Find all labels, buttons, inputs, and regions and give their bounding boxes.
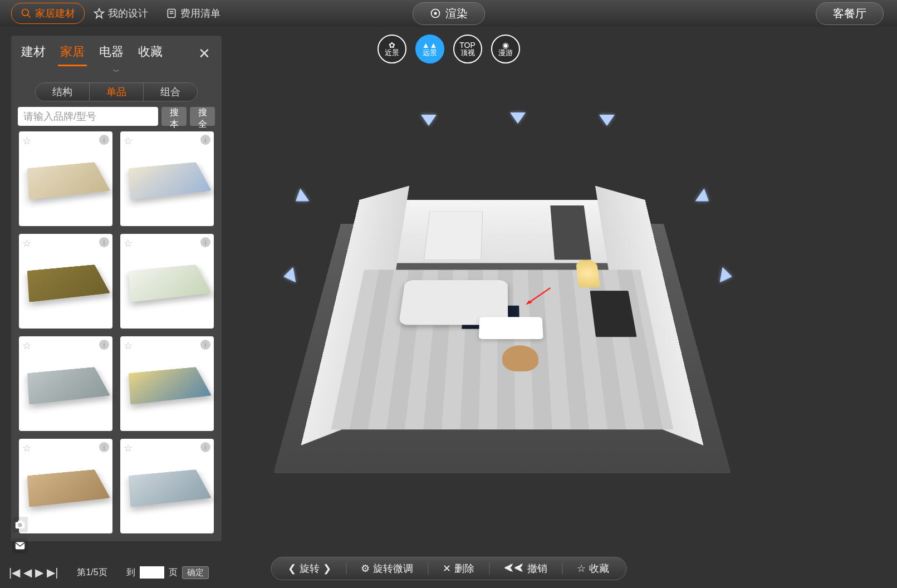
catalog-item[interactable]: ☆i — [19, 336, 112, 431]
catalog-item[interactable]: ☆i — [19, 439, 112, 533]
favorite-toggle-icon[interactable]: ☆ — [22, 340, 31, 352]
view-top-button[interactable]: TOP 顶视 — [453, 35, 482, 63]
close-icon: ✕ — [443, 562, 451, 575]
undo-icon: ⮜⮜ — [504, 563, 524, 575]
divider — [489, 562, 489, 575]
float-icons — [12, 517, 28, 553]
top-right: 客餐厅 — [816, 2, 884, 25]
pager-to-label: 到 — [126, 567, 135, 579]
tab-my-design[interactable]: 我的设计 — [85, 3, 157, 24]
favorite-label: 收藏 — [589, 562, 609, 575]
camera-arrow-icon[interactable] — [289, 185, 312, 210]
info-icon[interactable]: i — [99, 237, 109, 247]
sidetab-jiaju[interactable]: 家居 — [58, 41, 87, 66]
coffee-table[interactable] — [479, 317, 543, 339]
rug-geo-blueyellow-thumb — [129, 367, 212, 404]
gear-icon: ⚙ — [361, 562, 370, 575]
favorite-toggle-icon[interactable]: ☆ — [22, 237, 31, 249]
catalog-item[interactable]: ☆i — [19, 234, 112, 329]
info-icon[interactable]: i — [200, 442, 210, 452]
catalog-item[interactable]: ☆i — [120, 234, 214, 329]
delete-button[interactable]: ✕ 删除 — [438, 561, 479, 576]
svg-line-10 — [28, 15, 31, 18]
mail-icon[interactable] — [12, 538, 28, 553]
favorite-toggle-icon[interactable]: ☆ — [22, 135, 31, 147]
mountain-icon: ▲▲ — [422, 41, 438, 49]
expand-chevron-icon[interactable]: ︾ — [11, 67, 222, 77]
top-bar: 家居建材 我的设计 费用清单 渲染 客餐厅 — [0, 0, 897, 27]
chair[interactable] — [502, 345, 539, 371]
catalog-item[interactable]: ☆i — [19, 131, 112, 226]
info-icon[interactable]: i — [99, 135, 109, 145]
render-button[interactable]: 渲染 — [413, 2, 485, 25]
top-center: 渲染 — [413, 2, 485, 25]
fine-rotate-button[interactable]: ⚙ 旋转微调 — [356, 561, 418, 576]
rug-ornate-beige-thumb — [27, 162, 110, 199]
camera-arrow-icon[interactable] — [717, 264, 735, 287]
info-icon[interactable]: i — [99, 442, 109, 452]
favorite-toggle-icon[interactable]: ☆ — [124, 340, 133, 352]
info-icon[interactable]: i — [99, 340, 109, 350]
cabinet[interactable] — [424, 211, 483, 260]
pager-first-button[interactable]: |◀ — [9, 566, 20, 579]
catalog-item[interactable]: ☆i — [120, 439, 214, 533]
undo-button[interactable]: ⮜⮜ 撤销 — [499, 561, 552, 576]
room-box — [301, 200, 704, 445]
favorite-button[interactable]: ☆ 收藏 — [572, 561, 614, 576]
rug-floral-cream-thumb — [129, 162, 212, 199]
close-panel-button[interactable]: ✕ — [195, 45, 214, 62]
svg-marker-2 — [421, 115, 437, 126]
camera-arrow-icon[interactable] — [692, 185, 715, 210]
info-icon[interactable]: i — [200, 135, 210, 145]
svg-marker-11 — [95, 9, 104, 18]
room-select-button[interactable]: 客餐厅 — [816, 2, 884, 25]
svg-rect-19 — [18, 521, 22, 523]
tab-home-materials[interactable]: 家居建材 — [11, 3, 85, 24]
camera-icon[interactable] — [12, 517, 28, 532]
pager-prev-button[interactable]: ◀ — [23, 566, 32, 579]
room-label: 客餐厅 — [833, 7, 866, 19]
camera-arrow-icon[interactable] — [597, 112, 617, 127]
view-roam-button[interactable]: ◉ 漫游 — [491, 35, 520, 63]
search-category-button[interactable]: 搜本类 — [161, 107, 187, 126]
tab-cost-list[interactable]: 费用清单 — [157, 3, 229, 24]
info-icon[interactable]: i — [200, 237, 210, 247]
pager-next-button[interactable]: ▶ — [35, 566, 43, 579]
view-far-button[interactable]: ▲▲ 远景 — [415, 35, 444, 63]
search-input[interactable] — [18, 107, 158, 126]
catalog-item[interactable]: ☆i — [120, 131, 214, 226]
svg-point-18 — [18, 523, 22, 527]
catalog-item[interactable]: ☆i — [120, 336, 214, 431]
pager-go-button[interactable]: 确定 — [182, 566, 209, 579]
seg-combo[interactable]: 组合 — [143, 83, 197, 101]
divider — [562, 562, 562, 575]
camera-arrow-icon[interactable] — [419, 112, 439, 127]
pager-status: 第1/5页 — [77, 567, 107, 579]
camera-arrow-icon[interactable] — [508, 110, 528, 125]
pager-unit: 页 — [169, 567, 178, 579]
camera-arrow-icon[interactable] — [281, 264, 298, 287]
annotation-arrow-icon — [524, 287, 552, 306]
search-all-button[interactable]: 搜全部 — [190, 107, 215, 126]
favorite-toggle-icon[interactable]: ☆ — [124, 237, 133, 249]
sidetab-jiancai[interactable]: 建材 — [19, 41, 48, 66]
svg-marker-6 — [695, 188, 713, 207]
favorite-toggle-icon[interactable]: ☆ — [124, 135, 133, 147]
scene — [335, 124, 669, 480]
seg-single[interactable]: 单品 — [89, 83, 143, 101]
sidetab-shoucang[interactable]: 收藏 — [136, 41, 165, 66]
rug-grey-abstract-thumb — [27, 367, 110, 404]
view-near-button[interactable]: ✿ 近景 — [378, 35, 406, 63]
pager-last-button[interactable]: ▶| — [47, 566, 58, 579]
divider — [428, 562, 428, 575]
favorite-toggle-icon[interactable]: ☆ — [22, 442, 31, 454]
rotate-left-icon: ❮ — [288, 562, 296, 575]
info-icon[interactable]: i — [200, 340, 210, 350]
view-label: 近景 — [385, 49, 399, 57]
sidetab-dianqi[interactable]: 电器 — [97, 41, 126, 66]
rotate-button[interactable]: ❮ 旋转 ❯ — [283, 561, 336, 576]
favorite-toggle-icon[interactable]: ☆ — [124, 442, 133, 454]
seg-structure[interactable]: 结构 — [36, 83, 89, 101]
floor-lamp[interactable] — [576, 259, 601, 287]
pager-page-input[interactable] — [140, 566, 164, 579]
